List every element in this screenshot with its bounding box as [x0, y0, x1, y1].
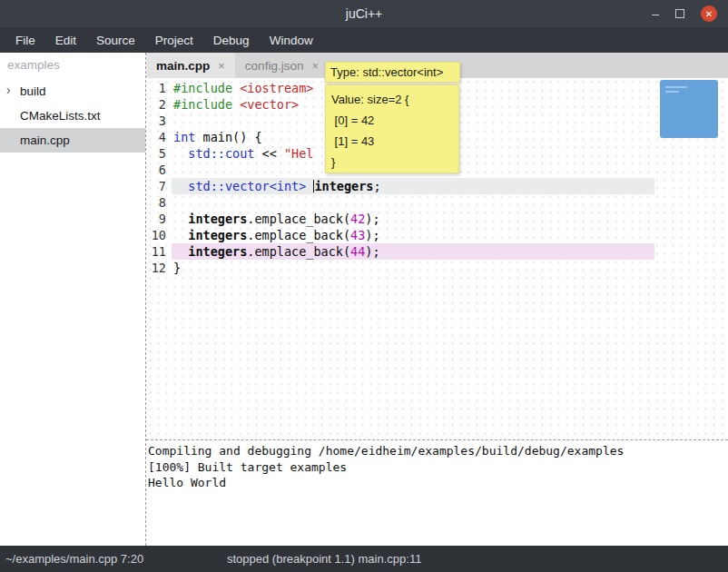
- line-number: 3: [146, 113, 172, 129]
- code-token: "Hel: [284, 146, 314, 161]
- tooltip-line: Value: size=2 {: [331, 89, 453, 110]
- line-number: 1: [146, 80, 172, 96]
- editor-pane: main.cpp×config.json× 1#include <iostrea…: [146, 53, 728, 546]
- code-token: [232, 97, 240, 112]
- terminal-output[interactable]: Compiling and debugging /home/eidheim/ex…: [146, 440, 728, 546]
- code-token: <iostream>: [240, 81, 313, 95]
- file-label: main.cpp: [20, 133, 70, 147]
- code-token: [173, 179, 188, 193]
- window-title: juCi++: [346, 6, 382, 21]
- statusbar-file-position: ~/examples/main.cpp 7:20: [5, 552, 143, 566]
- code-token: [306, 179, 313, 193]
- code-token: [173, 146, 188, 161]
- tab-label: config.json: [245, 59, 304, 73]
- menu-file[interactable]: File: [5, 34, 45, 47]
- code-token: #include: [173, 81, 232, 95]
- code-line[interactable]: [172, 194, 654, 211]
- window-controls: – ✕: [652, 0, 717, 27]
- tab-main.cpp[interactable]: main.cpp×: [146, 53, 235, 78]
- code-token: 43: [350, 228, 365, 242]
- code-line[interactable]: integers.emplace_back(44);: [172, 243, 654, 260]
- code-token: 44: [350, 244, 365, 259]
- project-name-header: examples: [0, 53, 145, 79]
- code-token: std::cout: [188, 146, 254, 161]
- code-line[interactable]: std::vector<int> integers;: [172, 178, 654, 194]
- menu-project[interactable]: Project: [145, 34, 203, 47]
- menu-debug[interactable]: Debug: [203, 34, 260, 47]
- sidebar-item-build[interactable]: ›build: [0, 79, 145, 104]
- expander-chevron-icon[interactable]: ›: [6, 83, 11, 97]
- editor-row: 7 std::vector<int> integers;: [146, 178, 728, 194]
- tooltip-line: [1] = 43: [331, 131, 453, 152]
- tooltip-line: }: [331, 152, 453, 173]
- code-token: ;: [373, 179, 380, 193]
- menu-edit[interactable]: Edit: [45, 34, 86, 47]
- type-tooltip: Type: std::vector<int>: [325, 62, 460, 83]
- tab-close-icon[interactable]: ×: [311, 59, 319, 73]
- minimize-icon[interactable]: –: [652, 0, 659, 27]
- code-token: 42: [350, 212, 365, 226]
- editor-row: 11 integers.emplace_back(44);: [146, 243, 728, 260]
- code-token: );: [365, 212, 379, 226]
- value-tooltip: Value: size=2 { [0] = 42 [1] = 43}: [325, 84, 459, 173]
- code-token: [173, 244, 188, 259]
- editor-row: 8: [146, 194, 728, 211]
- terminal-line: [100%] Built target examples: [148, 459, 726, 476]
- statusbar-debug-status: stopped (breakpoint 1.1) main.cpp:11: [227, 552, 421, 566]
- code-token: <vector>: [240, 97, 299, 112]
- code-token: integers: [188, 212, 247, 226]
- line-number: 10: [146, 227, 172, 243]
- tab-label: main.cpp: [156, 59, 210, 73]
- code-token: [173, 212, 188, 226]
- close-icon[interactable]: ✕: [701, 5, 717, 22]
- statusbar: ~/examples/main.cpp 7:20 stopped (breakp…: [0, 546, 728, 572]
- editor-row: 10 integers.emplace_back(43);: [146, 227, 728, 243]
- file-label: CMakeLists.txt: [20, 109, 101, 123]
- code-token: integers: [188, 228, 247, 242]
- sidebar-file-tree: examples ›buildCMakeLists.txtmain.cpp: [0, 53, 146, 546]
- sidebar-items: ›buildCMakeLists.txtmain.cpp: [0, 79, 145, 153]
- line-number: 2: [146, 96, 172, 113]
- code-token: [173, 228, 188, 242]
- tab-config.json[interactable]: config.json×: [235, 53, 329, 78]
- line-number: 8: [146, 194, 172, 211]
- scroll-overview[interactable]: [660, 80, 718, 138]
- menu-window[interactable]: Window: [260, 34, 323, 47]
- code-token: [232, 81, 240, 95]
- code-token: .emplace_back(: [247, 244, 350, 259]
- terminal-line: Compiling and debugging /home/eidheim/ex…: [148, 443, 726, 459]
- code-line[interactable]: }: [172, 260, 654, 276]
- code-token: );: [365, 228, 379, 242]
- terminal-line: Hello World: [148, 475, 726, 491]
- restore-icon[interactable]: [675, 9, 684, 18]
- code-token: );: [365, 244, 379, 259]
- line-number: 5: [146, 145, 172, 162]
- titlebar: juCi++ – ✕: [0, 0, 728, 27]
- code-token: main() {: [195, 130, 261, 144]
- line-number: 4: [146, 129, 172, 145]
- sidebar-item-main.cpp[interactable]: main.cpp: [0, 128, 145, 153]
- tooltip-line: [0] = 42: [331, 110, 453, 131]
- code-line[interactable]: integers.emplace_back(43);: [172, 227, 654, 243]
- code-token: .emplace_back(: [247, 212, 350, 226]
- content-area: examples ›buildCMakeLists.txtmain.cpp ma…: [0, 53, 728, 546]
- code-token: integers: [314, 179, 373, 193]
- menu-source[interactable]: Source: [86, 34, 145, 47]
- line-number: 11: [146, 243, 172, 260]
- code-token: std::vector<int>: [188, 179, 306, 193]
- code-token: }: [173, 261, 181, 275]
- editor-row: 9 integers.emplace_back(42);: [146, 211, 728, 227]
- code-token: int: [173, 130, 195, 144]
- line-number: 6: [146, 162, 172, 178]
- app-window: juCi++ – ✕ FileEditSourceProjectDebugWin…: [0, 0, 728, 572]
- line-number: 9: [146, 211, 172, 227]
- code-token: integers: [188, 244, 247, 259]
- code-token: #include: [173, 97, 232, 112]
- line-number: 7: [146, 178, 172, 194]
- tab-close-icon[interactable]: ×: [218, 59, 225, 73]
- line-number: 12: [146, 260, 172, 276]
- sidebar-item-CMakeLists.txt[interactable]: CMakeLists.txt: [0, 104, 145, 128]
- code-token: .emplace_back(: [247, 228, 350, 242]
- editor-row: 12}: [146, 260, 728, 276]
- code-line[interactable]: integers.emplace_back(42);: [172, 211, 654, 227]
